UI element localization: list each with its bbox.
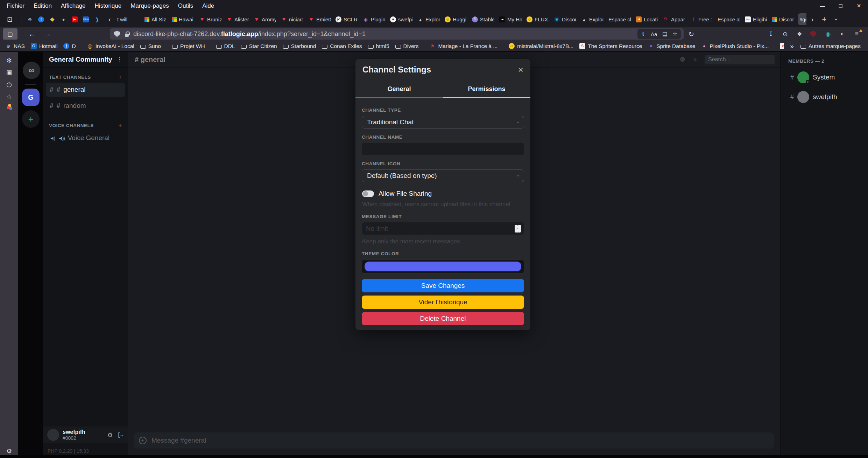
browser-tab[interactable]: ● swefpi: [388, 13, 414, 25]
lock-icon[interactable]: [125, 34, 129, 37]
browser-tab[interactable]: adn Eligibi: [743, 13, 769, 25]
browser-tab[interactable]: ▴ Explor: [579, 13, 605, 25]
chatgpt-icon[interactable]: ✻: [0, 57, 18, 64]
bookmarks-overflow-button[interactable]: »: [790, 42, 794, 50]
ublock-icon[interactable]: [810, 31, 817, 37]
browser-tab[interactable]: Discor: [770, 13, 796, 25]
menu-item[interactable]: Historique: [90, 0, 126, 12]
message-limit-input[interactable]: [362, 222, 524, 235]
browser-tab[interactable]: Hawai: [170, 13, 196, 25]
bookmark-item[interactable]: Starbound: [281, 43, 318, 49]
pin-icon[interactable]: ⌖: [693, 56, 697, 64]
list-tabs-button[interactable]: ›: [830, 14, 842, 25]
theme-color-picker[interactable]: [362, 259, 524, 273]
modal-action-button[interactable]: Vider l'historique: [362, 296, 524, 309]
menu-item[interactable]: Affichage: [56, 0, 90, 12]
globe-icon[interactable]: ⊚: [27, 16, 33, 22]
dsm-icon[interactable]: DSM: [83, 16, 89, 22]
url-bar[interactable]: discord-like-php-chat-7262.dev.flatlogic…: [110, 28, 684, 40]
browser-tab[interactable]: Espace clie: [607, 13, 633, 25]
browser-tab[interactable]: ♥ Alister: [225, 13, 250, 25]
menu-item[interactable]: Aide: [198, 0, 219, 12]
robot-icon[interactable]: ◉: [825, 30, 832, 38]
close-button[interactable]: ×: [850, 0, 868, 12]
history-clock-icon[interactable]: ◷: [0, 81, 18, 88]
member-row[interactable]: # swefpifh: [781, 86, 868, 103]
discord-home-button[interactable]: ∞: [23, 62, 40, 79]
browser-tab[interactable]: P SCI RE: [334, 13, 360, 25]
file-sharing-toggle[interactable]: [362, 190, 374, 197]
browser-tab[interactable]: #genera ×: [798, 13, 806, 25]
forward-button[interactable]: →: [41, 28, 54, 40]
downloads-icon[interactable]: ↧: [767, 30, 774, 38]
bookmark-item[interactable]: Conan Exiles: [320, 43, 364, 49]
sidebar-toggle-button[interactable]: ▢: [3, 28, 17, 40]
modal-action-button[interactable]: Delete Channel: [362, 312, 524, 325]
message-input[interactable]: [151, 436, 769, 445]
members-toggle-icon[interactable]: ⚉: [680, 56, 685, 63]
number-spinner[interactable]: ˆ ˇ: [515, 225, 521, 233]
scroll-tabs-left-button[interactable]: ‹: [104, 14, 115, 25]
attach-plus-icon[interactable]: +: [139, 437, 147, 444]
server-header[interactable]: General Community ⋮: [43, 52, 128, 68]
browser-tab[interactable]: ◉ Discor: [552, 13, 578, 25]
bookmark-item[interactable]: DDL: [214, 43, 237, 49]
bookmark-item[interactable]: S The Spriters Resource: [578, 43, 644, 49]
add-server-button[interactable]: +: [22, 110, 40, 128]
screenshare-icon[interactable]: ▣: [0, 69, 18, 76]
tracking-shield-icon[interactable]: [114, 31, 120, 37]
bookmark-item[interactable]: ♥ Download Time Mana...: [778, 43, 784, 49]
bookmark-item[interactable]: ✦ Sprite Database: [646, 43, 697, 49]
new-tab-button[interactable]: +: [818, 14, 830, 25]
bookmark-item[interactable]: Projet WH: [170, 43, 207, 49]
bookmark-item[interactable]: Suno: [139, 43, 163, 49]
browser-tab[interactable]: f Free :: [689, 13, 714, 25]
browser-tab[interactable]: ▴ Explor: [416, 13, 442, 25]
other-bookmarks-button[interactable]: Autres marque-pages: [799, 43, 862, 49]
browser-tab[interactable]: ♥ Aromy: [252, 13, 278, 25]
save-page-icon[interactable]: ⇩: [641, 31, 645, 37]
menu-item[interactable]: Marque-pages: [126, 0, 174, 12]
colors-icon[interactable]: [0, 105, 18, 109]
server-button-general-community[interactable]: G: [22, 89, 40, 106]
bookmark-item[interactable]: f D: [62, 43, 77, 49]
scroll-tabs-right-button[interactable]: ›: [806, 14, 818, 25]
user-settings-gear-icon[interactable]: ⚙: [107, 431, 113, 439]
browser-tab[interactable]: ♥ niciara: [279, 13, 305, 25]
channel-name-input[interactable]: [362, 143, 524, 155]
modal-tab[interactable]: General: [355, 80, 443, 97]
browser-tab[interactable]: t will: [115, 13, 141, 25]
search-input[interactable]: [705, 55, 775, 64]
minimize-button[interactable]: —: [813, 0, 832, 12]
browser-tab[interactable]: ☺ FLUX.2: [525, 13, 551, 25]
browser-tab[interactable]: ☺ Huggi: [443, 13, 469, 25]
back-button[interactable]: ←: [26, 28, 38, 40]
add-channel-button[interactable]: +: [119, 74, 122, 81]
modal-close-icon[interactable]: ×: [518, 65, 523, 74]
maximize-button[interactable]: □: [832, 0, 850, 12]
synology-icon[interactable]: ❯: [94, 16, 100, 22]
bookmark-item[interactable]: Star Citizen: [239, 43, 279, 49]
youtube-icon[interactable]: ▶: [72, 16, 78, 22]
modal-tab[interactable]: Permissions: [443, 80, 530, 97]
channel-item[interactable]: # # random: [46, 99, 125, 113]
reader-icon[interactable]: ▤: [662, 31, 667, 37]
bookmark-item[interactable]: ⊚ NAS: [3, 43, 27, 49]
menu-item[interactable]: Outils: [174, 0, 198, 12]
browser-tab[interactable]: ◈ Plugin: [361, 13, 387, 25]
extensions-icon[interactable]: ❖: [796, 30, 803, 38]
modal-action-button[interactable]: Save Changes: [362, 279, 524, 292]
menu-icon[interactable]: ≡: [853, 30, 860, 37]
settings-gear-icon[interactable]: ⚙: [0, 447, 18, 455]
browser-tab[interactable]: Espace abo: [716, 13, 742, 25]
spin-down-icon[interactable]: ˇ: [517, 229, 518, 231]
bookmark-item[interactable]: ☺ mistralai/Mixtral-8x7B...: [507, 43, 575, 49]
browser-tab[interactable]: ♥ Emie0: [306, 13, 332, 25]
bookmark-item[interactable]: ● PixelPlush Studio - Pix...: [699, 43, 770, 49]
split-circle-icon[interactable]: ◐: [839, 30, 846, 37]
channel-icon-select[interactable]: Default (Based on type) ›: [362, 169, 524, 182]
bookmark-item[interactable]: Divers: [394, 43, 421, 49]
channel-type-select[interactable]: Traditional Chat ›: [362, 116, 524, 129]
bookmark-item[interactable]: ⚑ Mariage - La France à ...: [428, 43, 499, 49]
browser-tab[interactable]: ☁ My Ha: [497, 13, 523, 25]
